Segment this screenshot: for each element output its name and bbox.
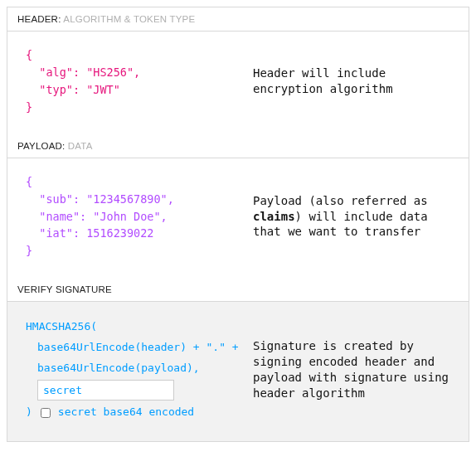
header-section-title: HEADER: ALGORITHM & TOKEN TYPE: [7, 7, 469, 32]
sig-line1: HMACSHA256(: [26, 320, 97, 333]
sig-line3: base64UrlEncode(payload),: [26, 358, 241, 379]
payload-json-code[interactable]: { "sub": "1234567890", "name": "John Doe…: [26, 173, 241, 260]
payload-note-pre: Payload (also referred as: [253, 194, 428, 207]
header-note-line2: encryption algorithm: [253, 82, 393, 95]
sig-line2: base64UrlEncode(header) + "." +: [26, 337, 241, 358]
payload-section-body: { "sub": "1234567890", "name": "John Doe…: [7, 158, 469, 279]
payload-annotation: Payload (also referred as claims) will i…: [241, 193, 457, 240]
signature-annotation: Signature is created by signing encoded …: [241, 338, 457, 401]
signature-section-body: HMACSHA256( base64UrlEncode(header) + ".…: [7, 302, 469, 441]
jwt-decoder-panel: HEADER: ALGORITHM & TOKEN TYPE { "alg": …: [7, 7, 469, 442]
secret-base64-label[interactable]: secret base64 encoded: [58, 402, 194, 423]
signature-title-strong: VERIFY SIGNATURE: [17, 284, 112, 294]
header-title-weak: ALGORITHM & TOKEN TYPE: [63, 14, 195, 24]
secret-base64-checkbox[interactable]: [41, 408, 51, 418]
payload-title-strong: PAYLOAD:: [17, 141, 65, 151]
header-section-body: { "alg": "HS256", "typ": "JWT" } Header …: [7, 32, 469, 134]
header-annotation: Header will include encryption algorithm: [241, 66, 457, 97]
payload-section-title: PAYLOAD: DATA: [7, 134, 469, 158]
payload-note-bold: claims: [253, 210, 295, 223]
signature-code: HMACSHA256( base64UrlEncode(header) + ".…: [26, 317, 241, 423]
payload-title-weak: DATA: [68, 141, 93, 151]
header-json-code[interactable]: { "alg": "HS256", "typ": "JWT" }: [26, 46, 241, 116]
header-title-strong: HEADER:: [17, 14, 61, 24]
secret-input[interactable]: [37, 380, 174, 400]
header-note-line1: Header will include: [253, 66, 386, 80]
signature-section-title: VERIFY SIGNATURE: [7, 278, 469, 302]
sig-close-paren: ): [26, 402, 32, 423]
